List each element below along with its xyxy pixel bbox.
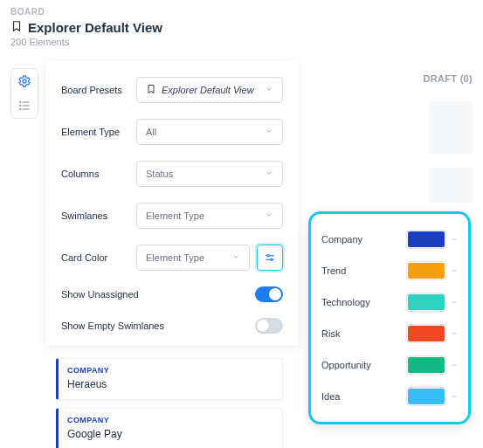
- color-swatch[interactable]: [407, 262, 445, 279]
- color-label: Company: [321, 234, 362, 245]
- tab-draft[interactable]: DRAFT (0): [424, 73, 473, 84]
- label-element-type: Element Type: [61, 127, 136, 137]
- color-row: Trend: [321, 258, 458, 284]
- chevron-down-icon: [231, 252, 240, 263]
- select-value: Status: [146, 169, 173, 179]
- element-count: 200 Elements: [10, 37, 473, 47]
- bookmark-icon: [146, 84, 156, 96]
- select-columns[interactable]: Status: [136, 161, 283, 187]
- svg-point-5: [20, 108, 21, 109]
- color-row: Risk: [321, 320, 458, 347]
- chevron-down-icon[interactable]: [451, 327, 458, 340]
- select-value: Element Type: [146, 252, 204, 263]
- color-label: Opportunity: [321, 360, 371, 370]
- color-swatch[interactable]: [407, 356, 445, 374]
- chevron-down-icon: [265, 127, 273, 137]
- label-swimlanes: Swimlanes: [61, 210, 136, 221]
- toggle-show-empty-swimlanes[interactable]: [255, 318, 283, 334]
- label-card-color: Card Color: [61, 252, 136, 263]
- select-element-type[interactable]: All: [136, 119, 283, 145]
- gear-icon[interactable]: [17, 74, 31, 88]
- select-value: Element Type: [146, 210, 204, 221]
- view-toolbar: [10, 68, 38, 119]
- label-board-presets: Board Presets: [61, 85, 136, 95]
- color-swatch[interactable]: [407, 293, 445, 311]
- svg-point-0: [23, 79, 26, 83]
- color-swatch[interactable]: [407, 325, 445, 342]
- page-title: Explorer Default View: [28, 20, 162, 35]
- column-placeholder: [429, 101, 473, 154]
- breadcrumb: BOARD: [10, 7, 473, 17]
- card-color-popover: CompanyTrendTechnologyRiskOpportunityIde…: [308, 211, 471, 424]
- chevron-down-icon[interactable]: [451, 359, 458, 371]
- svg-point-3: [20, 105, 21, 106]
- svg-point-8: [267, 255, 269, 257]
- color-swatch[interactable]: [407, 231, 445, 248]
- color-row: Idea: [321, 383, 458, 410]
- card-type-badge: COMPANY: [67, 416, 273, 424]
- chevron-down-icon[interactable]: [451, 265, 458, 277]
- svg-point-1: [20, 101, 21, 102]
- chevron-down-icon: [265, 169, 273, 179]
- color-label: Technology: [321, 297, 370, 307]
- board-card[interactable]: COMPANY Google Pay: [56, 408, 283, 448]
- color-row: Technology: [321, 289, 458, 315]
- color-label: Idea: [321, 391, 340, 402]
- select-card-color[interactable]: Element Type: [136, 245, 250, 271]
- svg-point-10: [271, 258, 273, 260]
- label-columns: Columns: [61, 169, 136, 179]
- select-value: Explorer Default View: [162, 85, 254, 95]
- bookmark-icon: [10, 20, 23, 35]
- chevron-down-icon: [265, 210, 273, 221]
- select-swimlanes[interactable]: Element Type: [136, 203, 283, 229]
- select-value: All: [146, 127, 156, 137]
- card-type-badge: COMPANY: [67, 366, 273, 375]
- card-title: Heraeus: [67, 378, 273, 390]
- color-row: Opportunity: [321, 352, 458, 378]
- board-settings-panel: Board Presets Explorer Default View Elem…: [45, 61, 299, 346]
- label-show-empty-swimlanes: Show Empty Swimlanes: [61, 320, 164, 331]
- list-icon[interactable]: [17, 99, 31, 113]
- chevron-down-icon[interactable]: [451, 233, 458, 245]
- column-placeholder: [429, 168, 473, 203]
- board-card[interactable]: COMPANY Heraeus: [56, 358, 283, 400]
- chevron-down-icon[interactable]: [451, 390, 458, 403]
- select-board-presets[interactable]: Explorer Default View: [136, 77, 283, 103]
- sliders-icon[interactable]: [257, 245, 283, 271]
- chevron-down-icon[interactable]: [451, 296, 458, 308]
- card-title: Google Pay: [67, 428, 273, 440]
- toggle-show-unassigned[interactable]: [255, 286, 283, 302]
- label-show-unassigned: Show Unassigned: [61, 289, 139, 300]
- color-label: Trend: [321, 265, 346, 276]
- color-row: Company: [321, 226, 458, 252]
- color-label: Risk: [321, 328, 340, 339]
- color-swatch[interactable]: [407, 388, 445, 405]
- chevron-down-icon: [265, 85, 273, 95]
